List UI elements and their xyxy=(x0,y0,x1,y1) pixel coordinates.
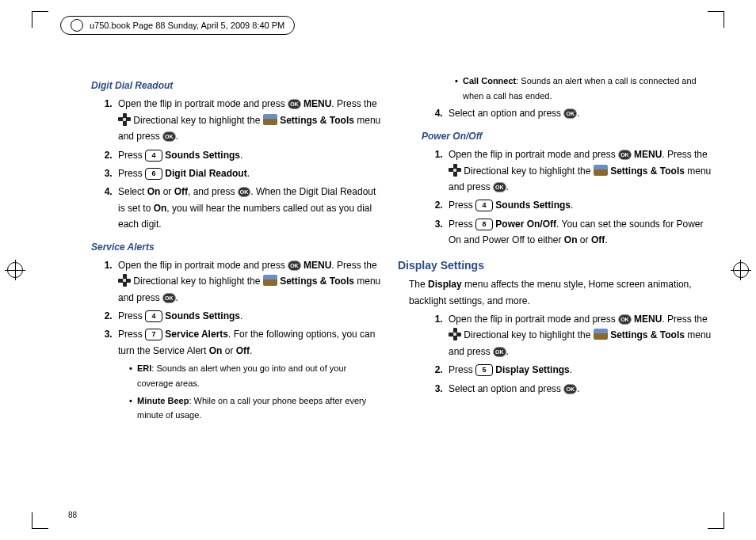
dpad-icon xyxy=(449,164,461,177)
key-6-icon: 6 xyxy=(145,168,162,180)
crop-mark-tl xyxy=(32,11,48,28)
ok-icon: OK xyxy=(288,99,301,109)
key-4-icon: 4 xyxy=(145,150,162,162)
settings-tools-icon xyxy=(263,114,277,125)
page-number: 88 xyxy=(68,511,77,519)
list-item: Select an option and press OK. xyxy=(445,105,712,121)
section-power-on-off: Power On/Off xyxy=(422,128,712,144)
page-content: Digit Dial Readout Open the flip in port… xyxy=(67,71,712,500)
dpad-icon xyxy=(118,113,131,126)
dpad-icon xyxy=(118,274,131,287)
list-item: Open the flip in portrait mode and press… xyxy=(445,146,712,195)
settings-tools-icon xyxy=(594,165,608,176)
ok-icon: OK xyxy=(493,182,506,192)
list-item: Press 8 Power On/Off. You can set the so… xyxy=(445,216,712,249)
header-text: u750.book Page 88 Sunday, April 5, 2009 … xyxy=(90,21,284,30)
key-8-icon: 8 xyxy=(475,219,493,230)
ok-icon: OK xyxy=(493,347,506,357)
list-item: Open the flip in portrait mode and press… xyxy=(115,96,382,144)
registration-mark-right xyxy=(731,260,751,280)
right-column: Call Connect: Sounds an alert when a cal… xyxy=(398,71,712,500)
list-item: Press 6 Digit Dial Readout. xyxy=(115,165,382,181)
bullet-item: ERI: Sounds an alert when you go into an… xyxy=(129,361,382,390)
settings-tools-icon xyxy=(594,329,608,340)
bullet-item: Call Connect: Sounds an alert when a cal… xyxy=(455,74,712,103)
crop-mark-bl xyxy=(32,512,48,529)
display-intro: The Display menu affects the menu style,… xyxy=(409,276,712,309)
framemaker-icon xyxy=(71,19,83,32)
list-item: Select an option and press OK. xyxy=(445,381,712,397)
list-item: Press 4 Sounds Settings. xyxy=(445,197,712,213)
section-service-alerts: Service Alerts xyxy=(91,239,382,255)
section-digit-dial: Digit Dial Readout xyxy=(91,78,382,93)
key-4-icon: 4 xyxy=(145,310,162,322)
left-column: Digit Dial Readout Open the flip in port… xyxy=(67,71,382,500)
dpad-icon xyxy=(449,328,461,340)
ok-icon: OK xyxy=(618,314,632,325)
ok-icon: OK xyxy=(618,150,632,160)
registration-mark-left-v xyxy=(15,260,16,280)
page-header: u750.book Page 88 Sunday, April 5, 2009 … xyxy=(60,16,295,35)
list-item: Open the flip in portrait mode and press… xyxy=(115,257,382,306)
ok-icon: OK xyxy=(162,293,176,303)
bullet-item: Minute Beep: While on a call your phone … xyxy=(129,394,382,423)
registration-mark-right-v xyxy=(740,260,741,280)
list-item: Press 7 Service Alerts. For the followin… xyxy=(115,326,382,423)
key-4-icon: 4 xyxy=(475,200,493,211)
ok-icon: OK xyxy=(563,108,577,119)
ok-icon: OK xyxy=(563,384,577,394)
ok-icon: OK xyxy=(288,260,301,271)
ok-icon: OK xyxy=(238,187,251,197)
key-7-icon: 7 xyxy=(145,329,162,340)
crop-mark-tr xyxy=(708,11,724,28)
key-5-icon: 5 xyxy=(475,364,493,376)
list-item: Press 4 Sounds Settings. xyxy=(115,147,382,163)
list-item: Select On or Off, and press OK. When the… xyxy=(115,184,382,232)
list-item: Open the flip in portrait mode and press… xyxy=(445,311,712,359)
list-item: Press 4 Sounds Settings. xyxy=(115,308,382,324)
section-display-settings: Display Settings xyxy=(398,257,712,276)
settings-tools-icon xyxy=(263,275,277,286)
crop-mark-br xyxy=(708,512,724,529)
ok-icon: OK xyxy=(162,131,176,142)
list-item: Press 5 Display Settings. xyxy=(445,362,712,378)
